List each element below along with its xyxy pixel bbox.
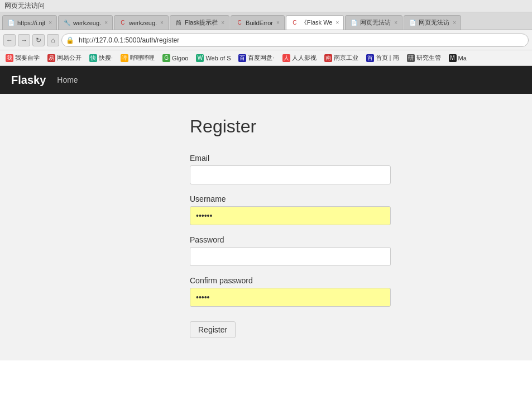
bookmark-1[interactable]: 易 网易公开 xyxy=(44,53,85,63)
bookmark-favicon-9: 首 xyxy=(366,54,374,62)
home-button[interactable]: ⌂ xyxy=(47,34,59,46)
bookmark-label-7: 人人影视 xyxy=(292,54,317,62)
username-input[interactable] xyxy=(190,206,391,225)
address-bar-input[interactable] xyxy=(61,34,529,47)
tab-label-7: 网页无法访 xyxy=(419,18,449,27)
password-group: Password xyxy=(190,235,391,266)
bookmark-9[interactable]: 首 首页 | 南 xyxy=(363,53,402,63)
navbar: Flasky Home xyxy=(0,66,532,94)
page-title: Register xyxy=(190,116,256,137)
confirm-password-label: Confirm password xyxy=(190,276,391,285)
navbar-link-home[interactable]: Home xyxy=(57,73,78,87)
bookmark-label-6: 百度网盘· xyxy=(248,54,274,62)
bookmark-favicon-6: 百 xyxy=(238,54,246,62)
username-group: Username xyxy=(190,194,391,225)
register-button[interactable]: Register xyxy=(190,321,236,338)
bookmark-label-5: Web of S xyxy=(205,55,231,61)
bookmark-favicon-2: 快 xyxy=(89,54,97,62)
tab-favicon-3: 简 xyxy=(175,19,183,27)
bookmark-label-1: 网易公开 xyxy=(57,54,82,62)
address-bar-container: 🔒 xyxy=(61,34,529,47)
bookmark-label-4: Glgoo xyxy=(172,55,188,61)
bookmark-favicon-4: G xyxy=(162,54,170,62)
bookmark-favicon-7: 人 xyxy=(282,54,290,62)
bookmark-label-9: 首页 | 南 xyxy=(376,54,399,62)
bookmark-favicon-10: 研 xyxy=(407,54,415,62)
tab-close-7[interactable]: × xyxy=(453,20,456,26)
bookmark-favicon-5: W xyxy=(196,54,204,62)
bookmark-label-2: 快搜· xyxy=(99,54,113,62)
email-label: Email xyxy=(190,154,391,163)
password-input[interactable] xyxy=(190,247,391,266)
tabs-bar: 📄 https://i.njt × 🔧 werkzeug. × C werkze… xyxy=(0,12,532,30)
bookmarks-bar: 我 我要自学 易 网易公开 快 快搜· 哔 哔哩哔哩 G Glgoo W Web… xyxy=(0,50,532,66)
title-bar: 网页无法访问 xyxy=(0,0,532,12)
bookmark-favicon-8: 南 xyxy=(324,54,332,62)
back-button[interactable]: ← xyxy=(3,34,16,46)
tab-close-2[interactable]: × xyxy=(160,20,164,26)
ssl-icon: 🔒 xyxy=(66,36,74,44)
tab-favicon-4: C xyxy=(236,19,243,27)
password-label: Password xyxy=(190,235,391,244)
refresh-button[interactable]: ↻ xyxy=(32,34,45,46)
tab-close-3[interactable]: × xyxy=(221,20,224,26)
bookmark-5[interactable]: W Web of S xyxy=(193,53,234,63)
tab-label-3: Flask提示栏 xyxy=(185,18,218,27)
username-label: Username xyxy=(190,194,391,203)
tab-4[interactable]: C BuildError × xyxy=(231,15,285,30)
tab-close-5[interactable]: × xyxy=(336,20,339,26)
bookmark-4[interactable]: G Glgoo xyxy=(159,53,191,63)
bookmark-11[interactable]: M Ma xyxy=(445,53,470,63)
tab-favicon-1: 🔧 xyxy=(63,19,71,27)
bookmark-2[interactable]: 快 快搜· xyxy=(86,53,116,63)
bookmark-label-11: Ma xyxy=(458,55,467,61)
tab-label-1: werkzeug. xyxy=(73,20,101,26)
tab-favicon-2: C xyxy=(119,19,127,27)
page-content: Flasky Home Register Email Username P xyxy=(0,66,532,360)
bookmark-label-3: 哔哩哔哩 xyxy=(130,54,155,62)
bookmark-3[interactable]: 哔 哔哩哔哩 xyxy=(117,53,158,63)
email-input[interactable] xyxy=(190,165,391,184)
tab-1[interactable]: 🔧 werkzeug. × xyxy=(58,15,113,30)
title-bar-text: 网页无法访问 xyxy=(4,1,45,11)
tab-label-6: 网页无法访 xyxy=(360,18,391,27)
tab-favicon-7: 📄 xyxy=(409,19,416,27)
tab-label-4: BuildError xyxy=(246,20,273,26)
bookmark-favicon-1: 易 xyxy=(47,54,55,62)
bookmark-0[interactable]: 我 我要自学 xyxy=(2,53,43,63)
tab-2[interactable]: C werkzeug. × xyxy=(114,15,169,30)
bookmark-label-8: 南京工业 xyxy=(334,54,358,62)
tab-favicon-6: 📄 xyxy=(350,19,358,27)
confirm-password-input[interactable] xyxy=(190,288,391,307)
tab-5[interactable]: C 《Flask We × xyxy=(286,15,344,30)
tab-3[interactable]: 简 Flask提示栏 × xyxy=(170,15,229,30)
bookmark-8[interactable]: 南 南京工业 xyxy=(321,53,362,63)
browser-window: 网页无法访问 📄 https://i.njt × 🔧 werkzeug. × C… xyxy=(0,0,532,360)
bookmark-favicon-11: M xyxy=(449,54,457,62)
tab-close-1[interactable]: × xyxy=(104,20,108,26)
tab-0[interactable]: 📄 https://i.njt × xyxy=(2,15,57,30)
address-bar-row: ← → ↻ ⌂ 🔒 xyxy=(0,30,532,50)
navbar-brand[interactable]: Flasky xyxy=(11,74,46,87)
confirm-password-group: Confirm password xyxy=(190,276,391,307)
bookmark-favicon-0: 我 xyxy=(6,54,13,62)
email-group: Email xyxy=(190,154,391,184)
tab-favicon-0: 📄 xyxy=(7,19,15,27)
tab-label-2: werkzeug. xyxy=(129,20,157,26)
tab-label-0: https://i.njt xyxy=(17,20,45,26)
bookmark-label-0: 我要自学 xyxy=(15,54,40,62)
tab-favicon-5: C xyxy=(291,19,299,27)
tab-6[interactable]: 📄 网页无法访 × xyxy=(345,15,402,30)
tab-close-0[interactable]: × xyxy=(49,20,52,26)
tab-close-6[interactable]: × xyxy=(394,20,397,26)
forward-button[interactable]: → xyxy=(18,34,30,46)
bookmark-10[interactable]: 研 研究生管 xyxy=(404,53,444,63)
bookmark-favicon-3: 哔 xyxy=(121,54,128,62)
bookmark-7[interactable]: 人 人人影视 xyxy=(279,53,320,63)
tab-close-4[interactable]: × xyxy=(276,20,280,26)
bookmark-label-10: 研究生管 xyxy=(416,54,441,62)
main-content: Register Email Username Password xyxy=(0,94,532,360)
tab-label-5: 《Flask We xyxy=(301,18,333,27)
tab-7[interactable]: 📄 网页无法访 × xyxy=(404,15,461,30)
bookmark-6[interactable]: 百 百度网盘· xyxy=(235,53,277,63)
